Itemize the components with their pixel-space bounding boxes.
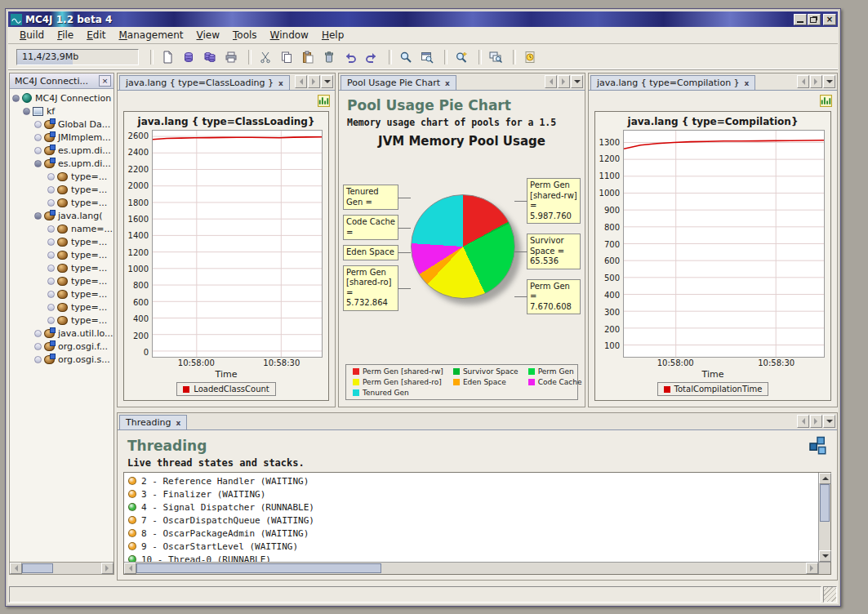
tree-item[interactable]: type=... xyxy=(10,314,114,327)
tab-compilation[interactable]: java.lang { type=Compilation } x xyxy=(590,75,755,90)
tree-item[interactable]: org.osgi.s... xyxy=(10,353,114,366)
thread-row[interactable]: 7 - OscarDispatchQueue (WAITING) xyxy=(124,514,818,527)
tree-toggle-icon[interactable] xyxy=(34,134,42,141)
toolbar-button[interactable] xyxy=(519,47,541,68)
menu-item[interactable]: Management xyxy=(112,27,189,41)
tree-toggle-icon[interactable] xyxy=(47,317,55,324)
titlebar[interactable]: MC4J 1.2 beta 4 × xyxy=(8,11,838,27)
scroll-left-button[interactable] xyxy=(124,563,136,574)
tree-toggle-icon[interactable] xyxy=(34,343,42,350)
scrollbar-track[interactable] xyxy=(22,563,101,574)
tab-scroll-right-button[interactable] xyxy=(308,75,320,88)
thread-row[interactable]: 3 - Finalizer (WAITING) xyxy=(124,487,818,501)
tree-toggle-icon[interactable] xyxy=(47,199,55,207)
scrollbar-thumb[interactable] xyxy=(820,484,830,522)
chart-settings-icon[interactable] xyxy=(317,94,331,108)
tab-list-button[interactable] xyxy=(321,75,333,88)
tree-item[interactable]: Global Da... xyxy=(10,118,114,131)
thread-list-vertical-scrollbar[interactable] xyxy=(818,473,830,562)
thread-row[interactable]: 4 - Signal Dispatcher (RUNNABLE) xyxy=(124,501,818,514)
tree-item[interactable]: java.util.lo... xyxy=(10,327,114,340)
tree-toggle-icon[interactable] xyxy=(34,212,42,220)
tree-item[interactable]: es.upm.di... xyxy=(10,157,114,170)
menu-item[interactable]: Build xyxy=(13,27,51,41)
tree-toggle-icon[interactable] xyxy=(47,278,55,285)
scroll-right-button[interactable] xyxy=(806,563,818,574)
chart-settings-icon[interactable] xyxy=(819,94,833,108)
connections-panel-header[interactable]: MC4J Connecti... × xyxy=(10,73,114,89)
tree-item[interactable]: java.lang( xyxy=(10,209,114,222)
tree-item[interactable]: type=... xyxy=(10,248,114,261)
menu-item[interactable]: View xyxy=(190,27,226,41)
tree-toggle-icon[interactable] xyxy=(47,251,55,259)
tab-classloading[interactable]: java.lang { type=ClassLoading } x xyxy=(119,75,290,90)
scroll-right-button[interactable] xyxy=(101,563,114,574)
tab-close-icon[interactable]: x xyxy=(445,79,450,87)
thread-row[interactable]: 10 - Thread-0 (RUNNABLE) xyxy=(124,553,818,562)
scroll-up-button[interactable] xyxy=(819,473,831,484)
thread-row[interactable]: 2 - Reference Handler (WAITING) xyxy=(124,474,818,487)
tree-toggle-icon[interactable] xyxy=(23,108,30,115)
scrollbar-thumb[interactable] xyxy=(22,563,53,573)
tab-scroll-left-button[interactable] xyxy=(545,75,557,88)
tree-toggle-icon[interactable] xyxy=(47,173,55,180)
tree-item[interactable]: type=... xyxy=(10,300,114,314)
tab-close-icon[interactable]: x xyxy=(745,79,750,87)
resize-grip[interactable] xyxy=(823,586,837,603)
tree-item[interactable]: type=... xyxy=(10,196,114,209)
tree-toggle-icon[interactable] xyxy=(34,147,42,154)
thread-row[interactable]: 9 - OscarStartLevel (WAITING) xyxy=(124,540,818,553)
tab-list-button[interactable] xyxy=(823,75,835,88)
tab-threading[interactable]: Threading x xyxy=(119,415,187,429)
tree-item[interactable]: type=... xyxy=(10,235,114,248)
close-button[interactable]: × xyxy=(823,14,836,25)
tree-item[interactable]: org.osgi.f... xyxy=(10,340,114,353)
toolbar-button[interactable] xyxy=(157,47,178,68)
tree-toggle-icon[interactable] xyxy=(34,330,42,337)
tree-item[interactable]: type=... xyxy=(10,183,114,196)
menu-item[interactable]: Edit xyxy=(80,27,112,41)
scrollbar-track[interactable] xyxy=(381,563,806,574)
tab-scroll-left-button[interactable] xyxy=(797,415,809,428)
scrollbar-thumb[interactable] xyxy=(136,563,381,573)
restore-button[interactable] xyxy=(808,14,821,25)
tab-scroll-left-button[interactable] xyxy=(295,75,307,88)
toolbar-button[interactable] xyxy=(297,47,318,68)
tree-item[interactable]: type=... xyxy=(10,274,114,287)
tab-pool-usage-pie-chart[interactable]: Pool Usage Pie Chart x xyxy=(341,75,456,90)
tree-item[interactable]: type=... xyxy=(10,170,114,183)
tree-toggle-icon[interactable] xyxy=(47,238,55,246)
scrollbar-track[interactable] xyxy=(819,522,830,550)
toolbar-button[interactable] xyxy=(255,47,276,68)
toolbar-button[interactable] xyxy=(199,47,220,68)
tab-list-button[interactable] xyxy=(571,75,583,88)
menu-item[interactable]: Window xyxy=(264,27,315,41)
tab-list-button[interactable] xyxy=(823,415,835,428)
menu-item[interactable]: File xyxy=(51,27,80,41)
toolbar-button[interactable] xyxy=(395,47,416,68)
panel-close-icon[interactable]: × xyxy=(99,75,111,87)
toolbar-button[interactable] xyxy=(340,47,361,68)
tree-item[interactable]: type=... xyxy=(10,261,114,274)
toolbar-button[interactable] xyxy=(178,47,199,68)
tree-toggle-icon[interactable] xyxy=(47,265,55,272)
toolbar-button[interactable] xyxy=(361,47,382,68)
tab-scroll-right-button[interactable] xyxy=(810,75,822,88)
tree-toggle-icon[interactable] xyxy=(34,121,42,128)
tree-toggle-icon[interactable] xyxy=(47,225,55,233)
menu-item[interactable]: Tools xyxy=(226,27,264,41)
tree-toggle-icon[interactable] xyxy=(12,95,20,102)
scroll-down-button[interactable] xyxy=(819,550,831,562)
tab-close-icon[interactable]: x xyxy=(176,419,180,427)
tree-toggle-icon[interactable] xyxy=(47,291,55,298)
toolbar-button[interactable] xyxy=(451,47,472,68)
tab-close-icon[interactable]: x xyxy=(278,79,283,87)
tab-scroll-right-button[interactable] xyxy=(558,75,570,88)
tree-toggle-icon[interactable] xyxy=(34,160,42,167)
tree-item[interactable]: MC4J Connection xyxy=(10,91,114,105)
scroll-left-button[interactable] xyxy=(10,563,22,574)
menu-item[interactable]: Help xyxy=(315,27,350,41)
tree-item[interactable]: name=... xyxy=(10,222,114,235)
toolbar-button[interactable] xyxy=(485,47,506,68)
toolbar-button[interactable] xyxy=(318,47,340,68)
